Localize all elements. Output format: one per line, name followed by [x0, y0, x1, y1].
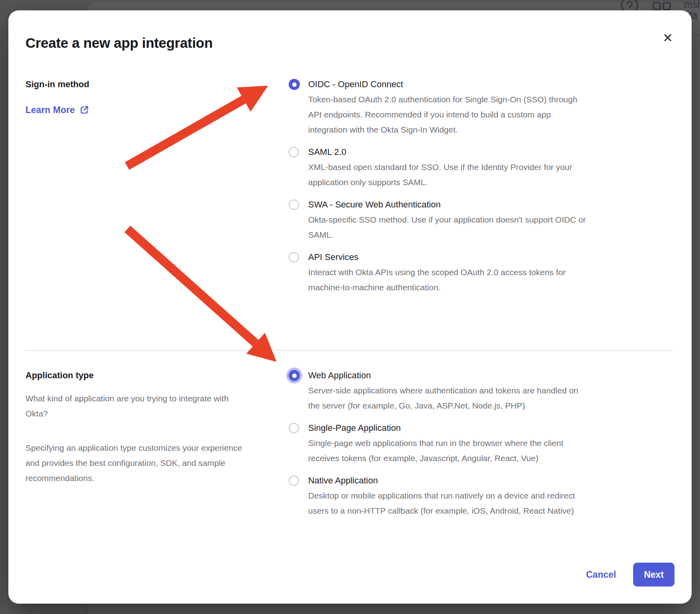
signin-radio-swa-secure-web-authentication[interactable]: [289, 199, 299, 210]
apptype-radio-native-application[interactable]: [289, 475, 299, 486]
external-link-icon: [80, 105, 89, 115]
application-type-left-column: Application type What kind of applicatio…: [25, 370, 248, 486]
learn-more-link[interactable]: Learn More: [25, 104, 89, 116]
signin-radio-api-services[interactable]: [289, 252, 299, 262]
option-text: Native Application Desktop or mobile app…: [308, 475, 591, 518]
signin-method-left-column: Sign-in method Learn More: [25, 78, 248, 116]
signin-option-swa-secure-web-authentication[interactable]: SWA - Secure Web Authentication Okta-spe…: [289, 199, 591, 242]
signin-radio-saml-2-0[interactable]: [289, 147, 299, 157]
application-type-label: Application type: [25, 370, 248, 381]
apps-grid-icon: [653, 2, 672, 11]
signin-method-options: OIDC - OpenID Connect Token-based OAuth …: [289, 78, 591, 295]
dialog-actions: Cancel Next: [586, 563, 675, 587]
option-description: XML-based open standard for SSO. Use if …: [308, 160, 591, 190]
application-type-section: Application type What kind of applicatio…: [25, 370, 673, 518]
option-label: OIDC - OpenID Connect: [308, 78, 591, 90]
option-description: Single-page web applications that run in…: [308, 436, 591, 466]
option-label: Native Application: [308, 475, 591, 487]
option-text: SWA - Secure Web Authentication Okta-spe…: [308, 199, 591, 242]
create-app-integration-dialog: ✕ Create a new app integration Sign-in m…: [8, 10, 692, 604]
application-type-options: Web Application Server-side applications…: [289, 370, 591, 518]
signin-option-saml-2-0[interactable]: SAML 2.0 XML-based open standard for SSO…: [289, 146, 591, 190]
signin-method-section: Sign-in method Learn More OIDC - OpenID …: [25, 78, 673, 295]
apptype-radio-web-application[interactable]: [289, 370, 300, 381]
apptype-option-native-application[interactable]: Native Application Desktop or mobile app…: [289, 475, 591, 518]
option-text: SAML 2.0 XML-based open standard for SSO…: [308, 146, 591, 190]
dialog-body: Create a new app integration Sign-in met…: [8, 10, 692, 604]
option-text: OIDC - OpenID Connect Token-based OAuth …: [308, 78, 591, 137]
option-description: Okta-specific SSO method. Use if your ap…: [308, 212, 591, 242]
option-label: Single-Page Application: [308, 422, 591, 434]
option-label: Web Application: [308, 370, 591, 381]
option-text: Single-Page Application Single-page web …: [308, 422, 591, 466]
next-button[interactable]: Next: [633, 563, 675, 587]
option-description: Interact with Okta APIs using the scoped…: [308, 265, 591, 295]
learn-more-label: Learn More: [25, 104, 75, 116]
option-description: Token-based OAuth 2.0 authentication for…: [308, 92, 591, 137]
dialog-title: Create a new app integration: [25, 35, 673, 51]
background-header-divider: [691, 35, 700, 35]
option-text: Web Application Server-side applications…: [308, 370, 591, 413]
option-label: SWA - Secure Web Authentication: [308, 199, 591, 211]
apptype-option-web-application[interactable]: Web Application Server-side applications…: [289, 370, 591, 413]
application-type-note: Specifying an application type customize…: [25, 440, 248, 486]
option-description: Desktop or mobile applications that run …: [308, 488, 591, 518]
section-divider: [25, 350, 673, 351]
option-description: Server-side applications where authentic…: [308, 383, 591, 413]
cancel-button[interactable]: Cancel: [586, 569, 616, 580]
signin-option-api-services[interactable]: API Services Interact with Okta APIs usi…: [289, 251, 591, 295]
option-label: API Services: [308, 251, 591, 263]
signin-option-oidc-openid-connect[interactable]: OIDC - OpenID Connect Token-based OAuth …: [289, 78, 591, 137]
option-text: API Services Interact with Okta APIs usi…: [308, 251, 591, 295]
application-type-question: What kind of application are you trying …: [25, 391, 248, 421]
signin-method-label: Sign-in method: [25, 78, 248, 90]
signin-radio-oidc-openid-connect[interactable]: [289, 79, 300, 90]
option-label: SAML 2.0: [308, 146, 591, 158]
apptype-radio-single-page-application[interactable]: [289, 423, 299, 433]
apptype-option-single-page-application[interactable]: Single-Page Application Single-page web …: [289, 422, 591, 466]
